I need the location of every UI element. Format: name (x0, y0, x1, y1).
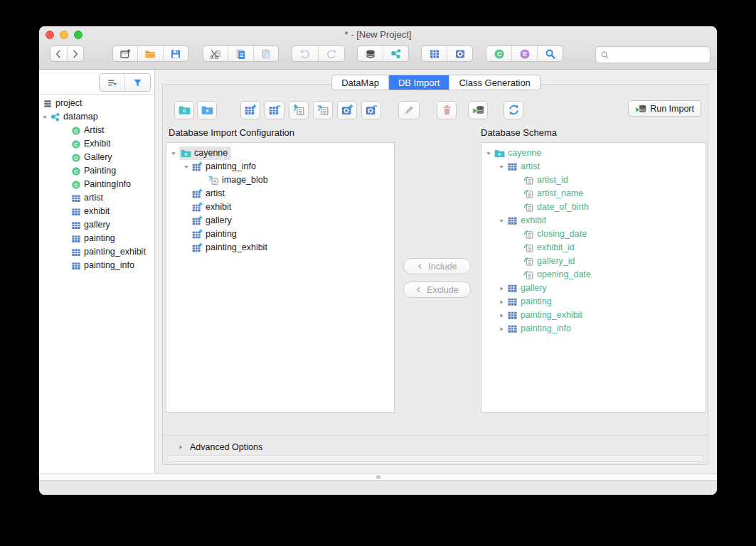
save-button[interactable] (163, 46, 188, 61)
database-schema-tree[interactable]: cayenne artist artist_id artist_name dat… (481, 142, 706, 413)
edit-button[interactable] (398, 101, 420, 119)
tree-row[interactable]: painting_exhibit (39, 245, 154, 259)
delete-button[interactable] (437, 101, 457, 119)
tree-row[interactable]: painting_exhibit (481, 309, 706, 322)
splitter-handle[interactable] (376, 475, 380, 479)
tree-row-datamap[interactable]: datamap (39, 110, 154, 124)
create-dbentity-button[interactable] (422, 46, 447, 61)
tree-row-label: Painting (84, 164, 116, 178)
tree-row[interactable]: exhibit_id (481, 241, 706, 255)
tree-row[interactable]: exhibit (166, 200, 394, 214)
create-query-button[interactable] (537, 46, 563, 61)
paste-button[interactable] (253, 46, 278, 61)
tree-row[interactable]: opening_date (481, 268, 706, 282)
tree-row-label: gallery_id (537, 255, 575, 268)
forward-button[interactable] (67, 46, 84, 61)
tree-row[interactable]: gallery (166, 214, 394, 228)
include-table-button[interactable] (240, 101, 260, 119)
tree-row[interactable]: painting (481, 295, 706, 309)
tree-row[interactable]: closing_date (481, 228, 706, 241)
cut-button[interactable] (203, 46, 228, 61)
import-db-button[interactable] (468, 101, 488, 119)
tree-row[interactable]: Artist (39, 124, 154, 137)
tree-row-cayenne[interactable]: cayenne (166, 146, 394, 160)
tree-row[interactable]: gallery_id (481, 255, 706, 268)
tree-row[interactable]: date_of_birth (481, 200, 706, 214)
exclude-column-button[interactable] (313, 101, 333, 119)
undo-button[interactable] (292, 46, 318, 61)
run-import-icon (635, 103, 646, 114)
tab-db-import[interactable]: DB Import (388, 75, 449, 90)
open-project-button[interactable] (137, 46, 162, 61)
tree-row[interactable]: image_blob (166, 173, 394, 187)
tree-row[interactable]: painting_info (481, 322, 706, 336)
new-project-button[interactable] (113, 46, 137, 61)
column-exclude-icon (317, 104, 329, 116)
project-icon (43, 99, 53, 109)
chevron-right-icon[interactable] (498, 312, 505, 319)
create-datamap-button[interactable] (383, 46, 408, 61)
chevron-down-icon[interactable] (485, 150, 492, 157)
create-datanode-button[interactable] (358, 46, 383, 61)
exclude-button[interactable]: Exclude (403, 282, 471, 298)
include-procedure-button[interactable] (337, 101, 357, 119)
main-toolbar (39, 43, 717, 69)
back-button[interactable] (50, 46, 67, 61)
chevron-right-icon[interactable] (498, 299, 505, 306)
tree-row[interactable]: Gallery (39, 151, 154, 164)
tree-row[interactable]: artist_id (481, 173, 706, 187)
tree-row[interactable]: painting_info (39, 259, 154, 272)
tree-row[interactable]: exhibit (39, 205, 154, 218)
create-objentity-button[interactable] (486, 46, 511, 61)
tree-row-project[interactable]: project (39, 97, 154, 110)
run-import-button[interactable]: Run Import (628, 100, 701, 117)
include-column-button[interactable] (289, 101, 309, 119)
tree-row[interactable]: exhibit (481, 214, 706, 228)
tree-row[interactable]: Painting (39, 164, 154, 178)
exclude-procedure-button[interactable] (361, 101, 381, 119)
chevron-right-icon[interactable] (498, 285, 505, 292)
tab-class-generation[interactable]: Class Generation (449, 75, 539, 90)
tree-row[interactable]: painting_info (166, 160, 394, 173)
tree-row[interactable]: gallery (481, 282, 706, 295)
tree-row-label: Exhibit (84, 137, 111, 151)
tree-row[interactable]: artist (481, 160, 706, 173)
search-field[interactable] (595, 46, 710, 63)
refresh-button[interactable] (504, 101, 523, 119)
include-button[interactable]: Include (403, 258, 471, 274)
datamap-icon (390, 48, 402, 60)
filter-button[interactable] (124, 74, 150, 91)
tree-row[interactable]: Exhibit (39, 137, 154, 151)
chevron-down-icon[interactable] (170, 150, 177, 157)
title-bar[interactable]: * - [New Project] (39, 26, 717, 43)
chevron-right-icon[interactable] (498, 326, 505, 333)
exclude-table-button[interactable] (265, 101, 284, 119)
column-icon (523, 188, 534, 199)
tree-row[interactable]: artist (39, 191, 154, 205)
import-config-tree[interactable]: cayenne painting_info image_blob artist … (166, 142, 395, 413)
add-catalog-button[interactable] (174, 101, 194, 119)
chevron-down-icon[interactable] (183, 164, 190, 171)
tree-row[interactable]: artist_name (481, 187, 706, 200)
tree-row[interactable]: painting_exhibit (166, 241, 394, 255)
redo-button[interactable] (318, 46, 344, 61)
chevron-down-icon[interactable] (498, 164, 505, 171)
tree-row-label: painting (521, 295, 552, 309)
tab-datamap[interactable]: DataMap (332, 75, 388, 90)
tree-row-cayenne[interactable]: cayenne (481, 146, 706, 160)
copy-button[interactable] (228, 46, 252, 61)
create-embeddable-button[interactable] (511, 46, 537, 61)
search-input[interactable] (609, 49, 706, 60)
tree-row[interactable]: gallery (39, 218, 154, 232)
tree-row[interactable]: artist (166, 187, 394, 200)
window-title: * - [New Project] (39, 29, 717, 40)
create-procedure-button[interactable] (447, 46, 472, 61)
chevron-down-icon[interactable] (41, 114, 48, 121)
add-schema-button[interactable] (197, 101, 217, 119)
tree-row[interactable]: PaintingInfo (39, 178, 154, 191)
chevron-down-icon[interactable] (498, 218, 505, 225)
tree-row[interactable]: painting (166, 228, 394, 241)
collapse-all-button[interactable] (100, 74, 124, 91)
tree-row[interactable]: painting (39, 232, 154, 245)
horizontal-splitter[interactable] (39, 473, 717, 481)
